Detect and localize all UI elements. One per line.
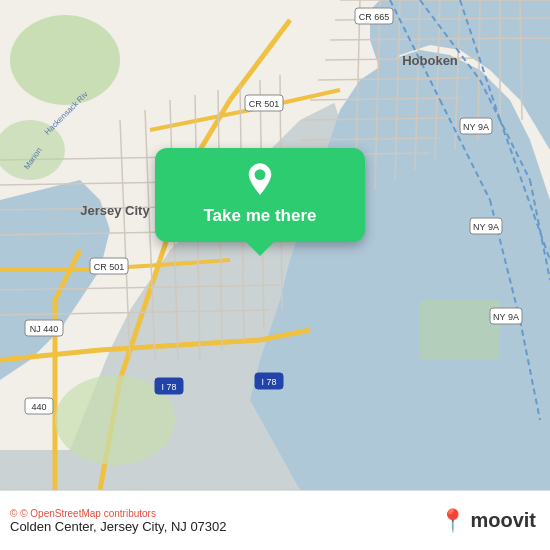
location-pin-icon [242,162,278,198]
moovit-logo: 📍 moovit [439,508,536,534]
moovit-app-name: moovit [470,509,536,532]
svg-rect-69 [420,300,500,360]
map-container: CR 665 CR 501 CR 501 NJ 440 440 I 78 I 7… [0,0,550,490]
footer-left: © © OpenStreetMap contributors Colden Ce… [10,508,227,534]
svg-text:I 78: I 78 [161,382,176,392]
footer-bar: © © OpenStreetMap contributors Colden Ce… [0,490,550,550]
svg-point-66 [10,15,120,105]
svg-text:I 78: I 78 [261,377,276,387]
svg-text:NY 9A: NY 9A [473,222,499,232]
location-text: Colden Center, Jersey City, NJ 07302 [10,519,227,534]
osm-copyright-icon: © [10,508,17,519]
svg-text:CR 501: CR 501 [249,99,280,109]
svg-point-94 [255,169,266,180]
svg-text:CR 665: CR 665 [359,12,390,22]
moovit-pin-icon: 📍 [439,508,466,534]
svg-text:CR 501: CR 501 [94,262,125,272]
svg-text:Hoboken: Hoboken [402,53,458,68]
osm-credit: © © OpenStreetMap contributors [10,508,227,519]
popup-button-label: Take me there [203,206,316,226]
svg-text:NY 9A: NY 9A [493,312,519,322]
svg-text:Jersey City: Jersey City [80,203,150,218]
take-me-there-button[interactable]: Take me there [155,148,365,242]
svg-text:NY 9A: NY 9A [463,122,489,132]
svg-text:440: 440 [31,402,46,412]
svg-text:NJ 440: NJ 440 [30,324,59,334]
osm-credit-text: © OpenStreetMap contributors [20,508,156,519]
map-svg: CR 665 CR 501 CR 501 NJ 440 440 I 78 I 7… [0,0,550,490]
